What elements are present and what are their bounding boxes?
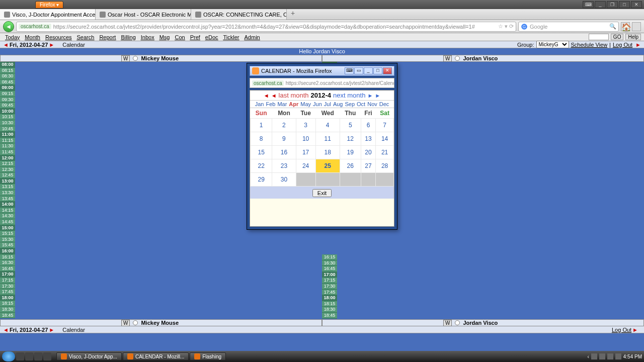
clock[interactable]: 4:54 PM bbox=[623, 354, 642, 359]
prev-day-icon[interactable]: ◄ bbox=[2, 42, 10, 48]
calendar-day[interactable]: 5 bbox=[340, 119, 361, 132]
provider-header[interactable]: WMickey Mouse bbox=[0, 55, 322, 62]
site-identity[interactable]: oscarhost.ca bbox=[19, 24, 51, 29]
calendar-day[interactable]: 4 bbox=[315, 119, 340, 132]
calendar-day[interactable]: 16 bbox=[272, 146, 296, 159]
month-mar[interactable]: Mar bbox=[276, 101, 288, 107]
time-slot[interactable]: 17:00 bbox=[0, 272, 15, 278]
popup-address-bar[interactable]: oscarhost.ca https://secure2.oscarhost.c… bbox=[250, 78, 394, 88]
time-slot[interactable]: 17:00 bbox=[322, 272, 337, 278]
firefox-menu-button[interactable]: Firefox ▾ bbox=[35, 1, 63, 9]
restore-icon[interactable]: ❐ bbox=[607, 1, 618, 8]
menu-search[interactable]: Search bbox=[74, 34, 97, 40]
calendar-day[interactable]: 20 bbox=[361, 146, 375, 159]
menu-pref[interactable]: Pref bbox=[188, 34, 203, 40]
calendar-day[interactable]: 9 bbox=[272, 132, 296, 146]
kbd-icon[interactable]: ⌨ bbox=[345, 67, 354, 74]
time-slot[interactable]: 12:15 bbox=[0, 161, 15, 167]
next-day-icon[interactable]: ► bbox=[48, 42, 55, 48]
w-button[interactable]: W bbox=[443, 320, 452, 326]
prev-month-icon[interactable]: ◄ bbox=[271, 93, 277, 99]
reload-icon[interactable]: ☆ ▾ ⟳ bbox=[498, 23, 514, 30]
time-slot[interactable]: 14:45 bbox=[0, 219, 15, 225]
time-slot[interactable]: 17:15 bbox=[322, 278, 337, 284]
calendar-day[interactable]: 17 bbox=[296, 146, 315, 159]
time-slot[interactable]: 15:45 bbox=[0, 242, 15, 248]
logout-link[interactable]: Log Out bbox=[612, 327, 631, 333]
calendar-day[interactable]: 30 bbox=[272, 173, 296, 187]
time-slot[interactable]: 18:15 bbox=[0, 301, 15, 307]
ql-desktop-icon[interactable] bbox=[43, 352, 51, 360]
calendar-day[interactable]: 15 bbox=[251, 146, 272, 159]
menu-inbox[interactable]: Inbox bbox=[138, 34, 157, 40]
time-slot[interactable]: 15:00 bbox=[0, 225, 15, 231]
month-aug[interactable]: Aug bbox=[332, 101, 344, 107]
help-button[interactable]: Help bbox=[625, 34, 641, 40]
close-icon[interactable]: ✕ bbox=[631, 1, 642, 8]
time-slot[interactable]: 12:30 bbox=[0, 167, 15, 173]
time-slot[interactable]: 09:15 bbox=[0, 91, 15, 97]
time-slot[interactable]: 18:00 bbox=[0, 295, 15, 301]
tray-icon[interactable] bbox=[591, 353, 597, 359]
time-slot[interactable]: 13:15 bbox=[0, 184, 15, 190]
calendar-link[interactable]: Calendar bbox=[62, 327, 85, 333]
calendar-day[interactable]: 7 bbox=[376, 119, 394, 132]
calendar-day[interactable]: 13 bbox=[361, 132, 375, 146]
month-jul[interactable]: Jul bbox=[323, 101, 332, 107]
calendar-day[interactable]: 28 bbox=[376, 159, 394, 173]
provider-header[interactable]: WJordan Visco bbox=[322, 319, 644, 326]
calendar-day[interactable]: 27 bbox=[361, 159, 375, 173]
calendar-day[interactable]: 3 bbox=[296, 119, 315, 132]
last-month-link[interactable]: last month bbox=[279, 92, 309, 99]
calendar-day[interactable]: 8 bbox=[251, 132, 272, 146]
month-dec[interactable]: Dec bbox=[378, 101, 390, 107]
time-slot[interactable]: 14:00 bbox=[0, 202, 15, 208]
month-feb[interactable]: Feb bbox=[265, 101, 276, 107]
time-slot[interactable]: 08:45 bbox=[0, 79, 15, 85]
menu-report[interactable]: Report bbox=[97, 34, 118, 40]
time-slot[interactable]: 08:00 bbox=[0, 62, 15, 68]
month-may[interactable]: May bbox=[299, 101, 312, 107]
time-slot[interactable]: 18:30 bbox=[322, 307, 337, 313]
provider-radio[interactable] bbox=[133, 56, 138, 61]
time-slot[interactable]: 14:30 bbox=[0, 213, 15, 219]
calendar-day[interactable]: 22 bbox=[251, 159, 272, 173]
prev-year-icon[interactable]: ◄ bbox=[264, 93, 269, 99]
tray-icon[interactable] bbox=[599, 353, 605, 359]
taskbar-item[interactable]: Visco, J-Doctor App... bbox=[56, 352, 122, 360]
menu-today[interactable]: Today bbox=[3, 34, 22, 40]
taskbar-item[interactable]: CALENDAR - Mozill... bbox=[123, 352, 189, 360]
month-jan[interactable]: Jan bbox=[254, 101, 265, 107]
ql-explorer-icon[interactable] bbox=[25, 352, 33, 360]
time-slot[interactable]: 12:45 bbox=[0, 172, 15, 178]
time-slot[interactable]: 11:15 bbox=[0, 138, 15, 144]
time-slot[interactable]: 16:15 bbox=[322, 254, 337, 260]
calendar-day[interactable]: 11 bbox=[315, 132, 340, 146]
search-go-icon[interactable]: 🔍 bbox=[609, 23, 616, 30]
menu-tickler[interactable]: Tickler bbox=[221, 34, 242, 40]
time-slot[interactable]: 18:45 bbox=[0, 313, 15, 319]
calendar-day[interactable]: 10 bbox=[296, 132, 315, 146]
calendar-day[interactable]: 29 bbox=[251, 173, 272, 187]
time-slot[interactable]: 13:00 bbox=[0, 178, 15, 185]
browser-tab[interactable]: OSCAR: CONNECTING CARE, CREATI...× bbox=[191, 9, 287, 20]
go-button[interactable]: GO bbox=[611, 34, 624, 40]
calendar-day[interactable]: 14 bbox=[376, 132, 394, 146]
time-slot[interactable]: 10:15 bbox=[0, 114, 15, 120]
month-nov[interactable]: Nov bbox=[366, 101, 378, 107]
time-slot[interactable]: 13:45 bbox=[0, 196, 15, 202]
time-slot[interactable]: 10:00 bbox=[0, 109, 15, 115]
provider-radio[interactable] bbox=[455, 320, 460, 325]
month-oct[interactable]: Oct bbox=[356, 101, 366, 107]
time-slot[interactable]: 11:45 bbox=[0, 149, 15, 155]
popup-minimize-icon[interactable]: _ bbox=[364, 67, 373, 74]
time-slot[interactable]: 11:00 bbox=[0, 132, 15, 138]
menu-admin[interactable]: Admin bbox=[242, 34, 263, 40]
provider-header[interactable]: WMickey Mouse bbox=[0, 319, 322, 326]
maximize-icon[interactable]: □ bbox=[619, 1, 630, 8]
time-slot[interactable]: 14:15 bbox=[0, 208, 15, 214]
calendar-day[interactable]: 23 bbox=[272, 159, 296, 173]
next-month-link[interactable]: next month bbox=[333, 92, 365, 99]
time-slot[interactable]: 18:30 bbox=[0, 307, 15, 313]
time-slot[interactable]: 16:45 bbox=[0, 266, 15, 272]
